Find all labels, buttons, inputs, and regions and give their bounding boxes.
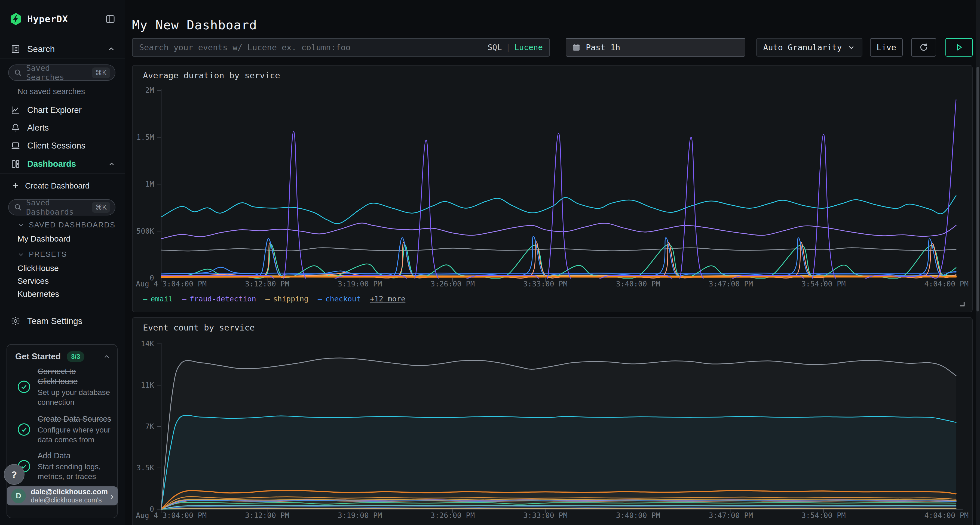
legend-dash: — [318, 524, 322, 525]
saved-searches-placeholder: Saved Searches [26, 63, 92, 82]
get-started-header[interactable]: Get Started 3/3 [15, 351, 111, 362]
chart-panel-event-count: Event count by service 14K11K7K3.5K0Aug … [132, 317, 973, 525]
sidebar-item-label: Search [27, 44, 55, 54]
get-started-item-sources[interactable]: Create Data Sources Configure where your… [15, 414, 111, 445]
event-search-input[interactable]: Search your events w/ Lucene ex. column:… [132, 38, 550, 57]
legend-item-shipping[interactable]: —shipping [266, 295, 309, 303]
chevron-up-icon [107, 45, 115, 53]
event-count-line-chart[interactable]: 14K11K7K3.5K0Aug 4 3:04:00 PM3:12:00 PM3… [132, 318, 973, 525]
avatar: D [11, 489, 26, 503]
user-org: dale@clickhouse.com's [31, 496, 108, 504]
sidebar-item-label: Client Sessions [27, 141, 86, 151]
legend-label: fraud-detection [190, 524, 256, 525]
svg-text:3:33:00 PM: 3:33:00 PM [523, 280, 568, 288]
task-desc: Configure where your data comes from [38, 425, 111, 445]
divider [0, 58, 125, 59]
legend-item-email[interactable]: —email [143, 295, 173, 303]
search-placeholder: Search your events w/ Lucene ex. column:… [139, 43, 488, 52]
presets-section-toggle[interactable]: PRESETS [18, 250, 67, 259]
section-label: SAVED DASHBOARDS [29, 221, 115, 229]
legend-item-checkout[interactable]: —checkout [318, 295, 361, 303]
sidebar-item-kubernetes[interactable]: Kubernetes [18, 289, 59, 299]
chart-legend: —email—fraud-detection—shipping—checkout… [143, 295, 405, 303]
check-circle-icon [15, 379, 33, 395]
svg-text:3:19:00 PM: 3:19:00 PM [338, 511, 382, 520]
chevron-right-icon: › [111, 491, 113, 501]
legend-dash: — [143, 295, 147, 303]
sidebar-item-alerts[interactable]: Alerts [0, 120, 125, 136]
average-duration-line-chart[interactable]: 2M1.5M1M500K0Aug 4 3:04:00 PM3:12:00 PM3… [132, 65, 973, 291]
run-query-button[interactable] [945, 38, 973, 57]
legend-more-link[interactable]: +12 more [370, 295, 405, 303]
toolbar: Search your events w/ Lucene ex. column:… [132, 38, 973, 57]
shortcut-badge: ⌘K [92, 67, 110, 78]
chevron-up-icon [103, 353, 111, 360]
sidebar-item-dashboards[interactable]: Dashboards [0, 156, 125, 172]
sidebar-item-chart-explorer[interactable]: Chart Explorer [0, 102, 125, 118]
legend-dash: — [182, 524, 186, 525]
sidebar-item-my-dashboard[interactable]: My Dashboard [18, 234, 70, 243]
svg-text:3:33:00 PM: 3:33:00 PM [523, 511, 568, 520]
logo-text: HyperDX [27, 14, 68, 24]
task-title: Create Data Sources [38, 414, 111, 424]
svg-text:1.5M: 1.5M [136, 133, 154, 141]
svg-text:3:26:00 PM: 3:26:00 PM [430, 280, 475, 288]
time-range-picker[interactable]: Past 1h [566, 38, 745, 57]
legend-dash: — [182, 295, 186, 303]
sidebar-item-services[interactable]: Services [18, 276, 49, 285]
sql-mode-toggle[interactable]: SQL [488, 43, 502, 52]
saved-dashboards-placeholder: Saved Dashboards [26, 198, 92, 217]
sidebar-item-search[interactable]: Search [0, 41, 125, 57]
legend-dash: — [143, 524, 147, 525]
svg-text:3:54:00 PM: 3:54:00 PM [802, 511, 846, 520]
gear-icon [10, 315, 21, 327]
collapse-sidebar-button[interactable] [104, 13, 116, 25]
legend-item-shipping[interactable]: —shipping [266, 524, 309, 525]
time-range-value: Past 1h [586, 43, 620, 52]
sidebar-item-label: Chart Explorer [27, 105, 82, 115]
granularity-select[interactable]: Auto Granularity [756, 38, 862, 57]
task-title: Connect to ClickHouse [38, 366, 108, 387]
help-button[interactable]: ? [4, 464, 24, 485]
check-circle-icon [15, 422, 33, 437]
lucene-mode-toggle[interactable]: Lucene [514, 43, 543, 52]
play-icon [955, 43, 964, 52]
svg-text:3:12:00 PM: 3:12:00 PM [245, 511, 290, 520]
sidebar-item-clickhouse[interactable]: ClickHouse [18, 263, 59, 273]
legend-item-checkout[interactable]: —checkout [318, 524, 361, 525]
sidebar-item-team-settings[interactable]: Team Settings [0, 313, 125, 329]
legend-item-email[interactable]: —email [143, 524, 173, 525]
page-title: My New Dashboard [132, 18, 257, 32]
divider [0, 173, 125, 174]
sidebar-item-client-sessions[interactable]: Client Sessions [0, 138, 125, 154]
create-dashboard-label: Create Dashboard [25, 181, 89, 190]
legend-label: email [151, 524, 173, 525]
scrollbar-thumb[interactable] [977, 67, 979, 311]
saved-searches-input[interactable]: Saved Searches ⌘K [8, 65, 115, 81]
svg-text:3.5K: 3.5K [136, 463, 154, 472]
svg-text:3:47:00 PM: 3:47:00 PM [709, 511, 753, 520]
legend-item-fraud-detection[interactable]: —fraud-detection [182, 524, 256, 525]
shortcut-badge: ⌘K [92, 202, 110, 213]
page-scrollbar[interactable] [976, 0, 980, 525]
get-started-item-connect[interactable]: Connect to ClickHouse Set up your databa… [15, 366, 111, 407]
legend-more-link[interactable]: +12 more [370, 524, 405, 525]
legend-label: checkout [325, 295, 361, 303]
live-button[interactable]: Live [870, 38, 903, 57]
sidebar-item-label: Dashboards [27, 159, 76, 169]
calendar-icon [572, 43, 581, 52]
chart-explorer-icon [10, 105, 21, 116]
saved-dashboards-section-toggle[interactable]: SAVED DASHBOARDS [18, 221, 115, 229]
search-icon [14, 203, 22, 212]
legend-dash: — [266, 295, 270, 303]
hyperdx-logo-icon [9, 12, 23, 26]
plus-icon: + [10, 180, 21, 192]
create-dashboard-button[interactable]: + Create Dashboard [0, 178, 125, 194]
refresh-button[interactable] [911, 38, 936, 57]
get-started-item-add-data[interactable]: Add Data Start sending logs, metrics, or… [15, 451, 111, 482]
saved-dashboards-input[interactable]: Saved Dashboards ⌘K [8, 199, 115, 216]
user-menu[interactable]: D dale@clickhouse.com dale@clickhouse.co… [7, 486, 118, 505]
legend-label: shipping [273, 295, 309, 303]
resize-handle-icon[interactable] [958, 300, 966, 308]
legend-item-fraud-detection[interactable]: —fraud-detection [182, 295, 256, 303]
